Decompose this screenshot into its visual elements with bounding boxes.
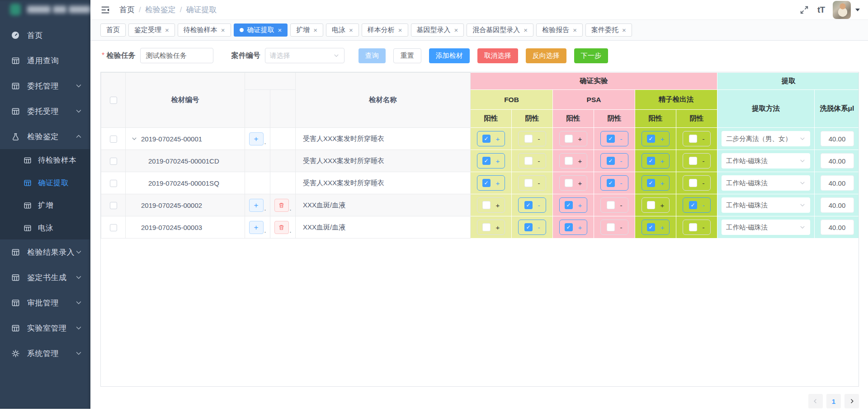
elution-volume-input[interactable]: 40.00 bbox=[821, 175, 854, 191]
sperm-negative-toggle[interactable]: - bbox=[683, 197, 711, 213]
add-subsample-button[interactable] bbox=[249, 199, 264, 212]
invert-selection-button[interactable]: 反向选择 bbox=[526, 48, 566, 63]
close-icon[interactable] bbox=[398, 27, 402, 33]
user-avatar[interactable] bbox=[833, 1, 851, 19]
fob-positive-toggle[interactable]: + bbox=[477, 175, 505, 191]
delete-row-button[interactable] bbox=[274, 221, 289, 234]
extract-method-select[interactable]: 工作站-磁珠法 bbox=[722, 220, 810, 235]
close-icon[interactable] bbox=[349, 27, 353, 33]
psa-negative-toggle[interactable]: - bbox=[600, 220, 628, 235]
sidebar-item-lab-mgmt[interactable]: 实验室管理 bbox=[0, 315, 90, 341]
cancel-selection-button[interactable]: 取消选择 bbox=[477, 48, 518, 63]
fullscreen-icon[interactable] bbox=[799, 5, 809, 15]
fob-negative-toggle[interactable]: - bbox=[518, 175, 546, 191]
next-step-button[interactable]: 下一步 bbox=[574, 48, 608, 63]
close-icon[interactable] bbox=[573, 27, 577, 33]
fob-positive-toggle[interactable]: + bbox=[477, 197, 505, 213]
tab-genotype-entry[interactable]: 基因型录入 bbox=[411, 23, 464, 37]
psa-negative-toggle[interactable]: - bbox=[600, 175, 628, 191]
fob-positive-toggle[interactable]: + bbox=[477, 220, 505, 235]
sidebar-item-general-query[interactable]: 通用查询 bbox=[0, 48, 90, 73]
sidebar-item-commission-mgmt[interactable]: 委托管理 bbox=[0, 73, 90, 98]
close-icon[interactable] bbox=[165, 27, 169, 33]
breadcrumb-inspection[interactable]: 检验鉴定 bbox=[145, 5, 176, 15]
sidebar-item-pending-samples[interactable]: 待检验样本 bbox=[0, 149, 90, 172]
row-checkbox[interactable] bbox=[110, 202, 117, 209]
fob-positive-toggle[interactable]: + bbox=[477, 131, 505, 146]
sidebar-item-home[interactable]: 首页 bbox=[0, 23, 90, 48]
elution-volume-input[interactable]: 40.00 bbox=[821, 131, 854, 146]
sidebar-item-amplification[interactable]: 扩增 bbox=[0, 194, 90, 217]
sperm-negative-toggle[interactable]: - bbox=[683, 220, 711, 235]
sperm-negative-toggle[interactable]: - bbox=[683, 153, 711, 169]
elution-volume-input[interactable]: 40.00 bbox=[821, 220, 854, 235]
select-all-checkbox[interactable] bbox=[110, 97, 117, 104]
sperm-positive-toggle[interactable]: + bbox=[642, 197, 670, 213]
sperm-positive-toggle[interactable]: + bbox=[642, 131, 670, 146]
close-icon[interactable] bbox=[454, 27, 458, 33]
add-subsample-button[interactable] bbox=[249, 221, 264, 234]
sperm-positive-toggle[interactable]: + bbox=[642, 153, 670, 169]
tab-electrophoresis[interactable]: 电泳 bbox=[326, 23, 359, 37]
tab-confirm-extract[interactable]: 确证提取 bbox=[234, 23, 288, 37]
prev-page-button[interactable] bbox=[808, 394, 823, 408]
psa-positive-toggle[interactable]: + bbox=[559, 175, 587, 191]
elution-volume-input[interactable]: 40.00 bbox=[821, 153, 854, 169]
sidebar-item-system-mgmt[interactable]: 系统管理 bbox=[0, 341, 90, 366]
page-number-button[interactable]: 1 bbox=[826, 394, 841, 408]
case-number-select[interactable]: 请选择 bbox=[265, 48, 344, 63]
expand-caret-icon[interactable] bbox=[131, 136, 137, 142]
tab-pending-samples[interactable]: 待检验样本 bbox=[178, 23, 231, 37]
tab-amplification[interactable]: 扩增 bbox=[290, 23, 323, 37]
sidebar-item-approval[interactable]: 审批管理 bbox=[0, 290, 90, 315]
user-menu-caret-icon[interactable] bbox=[855, 9, 860, 11]
row-checkbox[interactable] bbox=[110, 224, 117, 231]
sperm-negative-toggle[interactable]: - bbox=[683, 131, 711, 146]
reset-button[interactable]: 重置 bbox=[393, 48, 421, 63]
extract-method-select[interactable]: 工作站-磁珠法 bbox=[722, 175, 810, 191]
sperm-negative-toggle[interactable]: - bbox=[683, 175, 711, 191]
extract-method-select[interactable]: 二步分离法（男、女） bbox=[722, 131, 810, 146]
psa-negative-toggle[interactable]: - bbox=[600, 153, 628, 169]
row-checkbox[interactable] bbox=[110, 158, 117, 165]
extract-method-select[interactable]: 工作站-磁珠法 bbox=[722, 153, 810, 169]
sidebar-item-confirm-extract[interactable]: 确证提取 bbox=[0, 172, 90, 194]
task-input[interactable]: 测试检验任务 bbox=[140, 48, 213, 63]
close-icon[interactable] bbox=[524, 27, 528, 33]
sidebar-item-commission-accept[interactable]: 委托受理 bbox=[0, 98, 90, 124]
fob-negative-toggle[interactable]: - bbox=[518, 131, 546, 146]
sidebar-item-result-entry[interactable]: 检验结果录入 bbox=[0, 239, 90, 265]
psa-positive-toggle[interactable]: + bbox=[559, 131, 587, 146]
breadcrumb-home[interactable]: 首页 bbox=[119, 5, 135, 15]
tab-mixed-genotype-entry[interactable]: 混合基因型录入 bbox=[467, 23, 533, 37]
row-checkbox[interactable] bbox=[110, 136, 117, 143]
psa-negative-toggle[interactable]: - bbox=[600, 197, 628, 213]
sidebar-item-inspection[interactable]: 检验鉴定 bbox=[0, 124, 90, 149]
collapse-sidebar-icon[interactable] bbox=[100, 5, 110, 15]
row-checkbox[interactable] bbox=[110, 180, 117, 187]
fob-negative-toggle[interactable]: - bbox=[518, 197, 546, 213]
sperm-positive-toggle[interactable]: + bbox=[642, 175, 670, 191]
add-specimen-button[interactable]: 添加检材 bbox=[429, 48, 470, 63]
psa-positive-toggle[interactable]: + bbox=[559, 220, 587, 235]
fob-positive-toggle[interactable]: + bbox=[477, 153, 505, 169]
fob-negative-toggle[interactable]: - bbox=[518, 153, 546, 169]
tab-case-commission[interactable]: 案件委托 bbox=[585, 23, 632, 37]
close-icon[interactable] bbox=[313, 27, 317, 33]
fob-negative-toggle[interactable]: - bbox=[518, 220, 546, 235]
sperm-positive-toggle[interactable]: + bbox=[642, 220, 670, 235]
psa-positive-toggle[interactable]: + bbox=[559, 197, 587, 213]
delete-row-button[interactable] bbox=[274, 199, 289, 212]
close-icon[interactable] bbox=[278, 27, 282, 33]
psa-negative-toggle[interactable]: - bbox=[600, 131, 628, 146]
close-icon[interactable] bbox=[221, 27, 225, 33]
add-subsample-button[interactable] bbox=[249, 132, 264, 145]
font-size-icon[interactable]: tT bbox=[817, 5, 825, 15]
tab-home[interactable]: 首页 bbox=[100, 23, 126, 37]
next-page-button[interactable] bbox=[844, 394, 859, 408]
sidebar-item-electrophoresis[interactable]: 电泳 bbox=[0, 217, 90, 239]
tab-sample-analysis[interactable]: 样本分析 bbox=[362, 23, 408, 37]
query-button[interactable]: 查询 bbox=[359, 48, 386, 63]
sidebar-item-report-generate[interactable]: 鉴定书生成 bbox=[0, 265, 90, 290]
extract-method-select[interactable]: 工作站-磁珠法 bbox=[722, 197, 810, 213]
